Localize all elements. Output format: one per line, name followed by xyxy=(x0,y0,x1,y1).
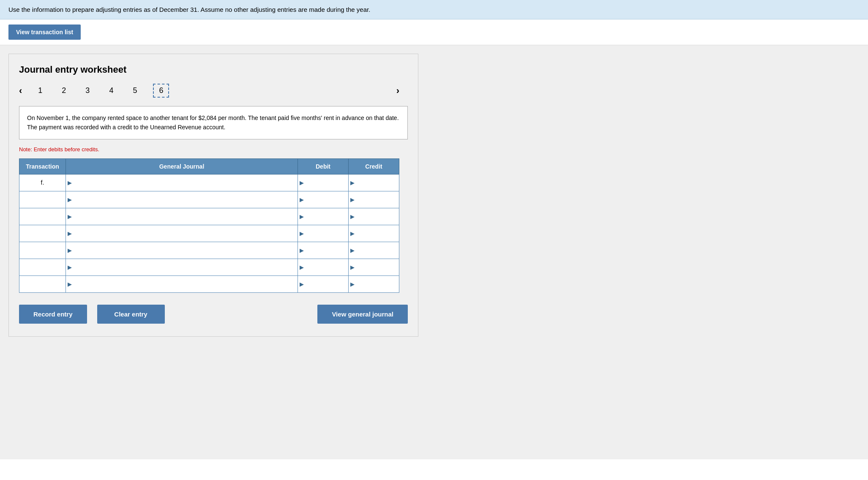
credit-input-1[interactable] xyxy=(349,175,399,191)
cell-transaction-4 xyxy=(19,225,66,242)
debit-input-2[interactable] xyxy=(298,191,348,208)
credit-arrow-icon-5: ▶ xyxy=(350,247,355,254)
cell-arrow-icon-7: ▶ xyxy=(68,281,72,287)
credit-input-5[interactable] xyxy=(349,242,399,259)
credit-input-4[interactable] xyxy=(349,225,399,242)
page-1[interactable]: 1 xyxy=(35,85,46,97)
cell-arrow-icon-4: ▶ xyxy=(68,230,72,237)
cell-journal-1[interactable]: ▶ xyxy=(66,174,298,191)
note-text: Note: Enter debits before credits. xyxy=(19,146,408,153)
credit-arrow-icon-6: ▶ xyxy=(350,264,355,270)
journal-input-4[interactable] xyxy=(66,225,298,242)
cell-journal-4[interactable]: ▶ xyxy=(66,225,298,242)
page-6-active[interactable]: 6 xyxy=(153,84,169,98)
credit-arrow-icon-1: ▶ xyxy=(350,180,355,186)
cell-transaction-6 xyxy=(19,259,66,275)
cell-credit-6[interactable]: ▶ xyxy=(349,259,399,275)
prev-page-arrow[interactable]: ‹ xyxy=(19,85,22,96)
worksheet-panel: Journal entry worksheet ‹ 1 2 3 4 5 6 › … xyxy=(8,54,418,337)
page-2[interactable]: 2 xyxy=(58,85,69,97)
main-container: Journal entry worksheet ‹ 1 2 3 4 5 6 › … xyxy=(0,45,868,459)
cell-transaction-7 xyxy=(19,275,66,292)
page-5[interactable]: 5 xyxy=(129,85,140,97)
col-header-journal: General Journal xyxy=(66,158,298,174)
cell-arrow-icon-3: ▶ xyxy=(68,213,72,220)
debit-input-1[interactable] xyxy=(298,175,348,191)
cell-debit-4[interactable]: ▶ xyxy=(298,225,349,242)
cell-journal-7[interactable]: ▶ xyxy=(66,275,298,292)
cell-credit-1[interactable]: ▶ xyxy=(349,174,399,191)
cell-arrow-icon-6: ▶ xyxy=(68,264,72,270)
cell-transaction-3 xyxy=(19,208,66,225)
cell-credit-5[interactable]: ▶ xyxy=(349,242,399,259)
cell-journal-5[interactable]: ▶ xyxy=(66,242,298,259)
cell-arrow-icon-5: ▶ xyxy=(68,247,72,254)
table-row: f. ▶ ▶ ▶ xyxy=(19,174,399,191)
cell-credit-7[interactable]: ▶ xyxy=(349,275,399,292)
table-row: ▶ ▶ ▶ xyxy=(19,259,399,275)
debit-input-3[interactable] xyxy=(298,208,348,225)
journal-input-5[interactable] xyxy=(66,242,298,259)
cell-journal-6[interactable]: ▶ xyxy=(66,259,298,275)
buttons-row: Record entry Clear entry View general jo… xyxy=(19,305,408,324)
cell-arrow-icon-2: ▶ xyxy=(68,196,72,203)
col-header-transaction: Transaction xyxy=(19,158,66,174)
cell-debit-3[interactable]: ▶ xyxy=(298,208,349,225)
cell-journal-2[interactable]: ▶ xyxy=(66,191,298,208)
credit-arrow-icon-2: ▶ xyxy=(350,196,355,203)
table-row: ▶ ▶ ▶ xyxy=(19,225,399,242)
credit-input-6[interactable] xyxy=(349,259,399,275)
debit-arrow-icon-2: ▶ xyxy=(300,196,304,203)
debit-input-6[interactable] xyxy=(298,259,348,275)
table-row: ▶ ▶ ▶ xyxy=(19,208,399,225)
journal-input-1[interactable] xyxy=(66,175,298,191)
debit-input-5[interactable] xyxy=(298,242,348,259)
clear-entry-button[interactable]: Clear entry xyxy=(97,305,165,324)
description-text: On November 1, the company rented space … xyxy=(27,115,399,131)
page-4[interactable]: 4 xyxy=(106,85,117,97)
debit-input-7[interactable] xyxy=(298,276,348,292)
table-row: ▶ ▶ ▶ xyxy=(19,242,399,259)
cell-credit-4[interactable]: ▶ xyxy=(349,225,399,242)
cell-debit-6[interactable]: ▶ xyxy=(298,259,349,275)
cell-debit-2[interactable]: ▶ xyxy=(298,191,349,208)
credit-input-2[interactable] xyxy=(349,191,399,208)
col-header-debit: Debit xyxy=(298,158,349,174)
cell-credit-3[interactable]: ▶ xyxy=(349,208,399,225)
cell-debit-5[interactable]: ▶ xyxy=(298,242,349,259)
debit-arrow-icon-4: ▶ xyxy=(300,230,304,237)
cell-debit-7[interactable]: ▶ xyxy=(298,275,349,292)
toolbar: View transaction list xyxy=(0,19,868,45)
credit-input-3[interactable] xyxy=(349,208,399,225)
debit-input-4[interactable] xyxy=(298,225,348,242)
journal-table: Transaction General Journal Debit Credit… xyxy=(19,158,399,293)
view-transaction-btn[interactable]: View transaction list xyxy=(8,25,81,40)
page-3[interactable]: 3 xyxy=(82,85,93,97)
description-box: On November 1, the company rented space … xyxy=(19,106,408,139)
debit-arrow-icon-6: ▶ xyxy=(300,264,304,270)
col-header-credit: Credit xyxy=(349,158,399,174)
transaction-label-1: f. xyxy=(41,179,44,186)
credit-input-7[interactable] xyxy=(349,276,399,292)
pagination-wrapper: ‹ 1 2 3 4 5 6 › xyxy=(19,84,399,98)
record-entry-button[interactable]: Record entry xyxy=(19,305,87,324)
cell-debit-1[interactable]: ▶ xyxy=(298,174,349,191)
journal-input-6[interactable] xyxy=(66,259,298,275)
info-bar: Use the information to prepare adjusting… xyxy=(0,0,868,19)
credit-arrow-icon-7: ▶ xyxy=(350,281,355,287)
credit-arrow-icon-3: ▶ xyxy=(350,213,355,220)
debit-arrow-icon-5: ▶ xyxy=(300,247,304,254)
debit-arrow-icon-7: ▶ xyxy=(300,281,304,287)
cell-arrow-icon: ▶ xyxy=(68,180,72,186)
next-page-arrow[interactable]: › xyxy=(396,85,399,96)
view-general-journal-button[interactable]: View general journal xyxy=(317,305,408,324)
journal-input-7[interactable] xyxy=(66,276,298,292)
worksheet-title: Journal entry worksheet xyxy=(19,64,408,75)
journal-input-3[interactable] xyxy=(66,208,298,225)
cell-credit-2[interactable]: ▶ xyxy=(349,191,399,208)
info-text: Use the information to prepare adjusting… xyxy=(8,6,370,13)
table-row: ▶ ▶ ▶ xyxy=(19,275,399,292)
cell-journal-3[interactable]: ▶ xyxy=(66,208,298,225)
debit-arrow-icon-3: ▶ xyxy=(300,213,304,220)
journal-input-2[interactable] xyxy=(66,191,298,208)
